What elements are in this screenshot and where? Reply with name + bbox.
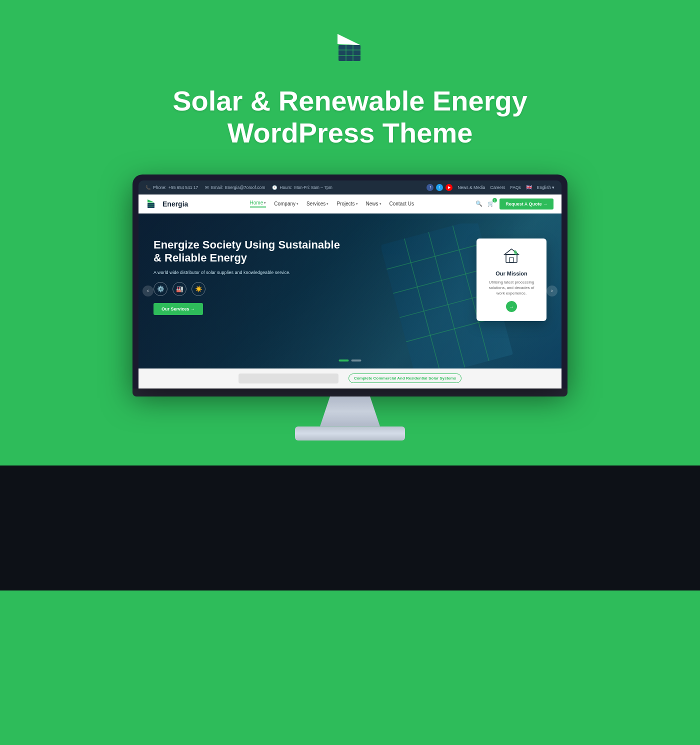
svg-marker-6 xyxy=(338,34,360,45)
slider-dot-1[interactable] xyxy=(339,360,349,362)
mission-house-icon xyxy=(484,248,538,266)
mission-arrow-button[interactable]: → xyxy=(506,301,517,312)
svg-marker-13 xyxy=(148,200,154,202)
site-logo-text: Energia xyxy=(162,200,188,208)
svg-rect-1 xyxy=(338,45,360,61)
topbar-hours: 🕐 Hours: Mon-Fri: 8am – 7pm xyxy=(272,185,332,190)
monitor-bottom-bezel xyxy=(132,388,568,396)
site-navigation: Home ▾ Company ▾ Services ▾ Projects ▾ N xyxy=(250,200,414,208)
cart-badge: 1 xyxy=(492,198,497,202)
topbar-language[interactable]: English ▾ xyxy=(537,185,554,190)
svg-rect-8 xyxy=(148,203,154,208)
top-section: Solar & Renewable Energy WordPress Theme… xyxy=(0,0,700,466)
hours-icon: 🕐 xyxy=(272,185,278,190)
email-icon: ✉ xyxy=(205,185,209,190)
hero-icon-gear: ⚙️ xyxy=(154,282,168,296)
mission-card-desc: Utilising latest processing solutions, a… xyxy=(484,280,538,296)
nav-item-news[interactable]: News ▾ xyxy=(366,201,382,206)
hero-icons-row: ⚙️ 🏭 ☀️ xyxy=(154,282,344,296)
topbar-faqs-link[interactable]: FAQs xyxy=(510,185,520,190)
search-icon[interactable]: 🔍 xyxy=(476,200,482,207)
hero-icon-factory: 🏭 xyxy=(172,282,186,296)
cart-icon[interactable]: 🛒 1 xyxy=(488,200,494,207)
bottom-placeholder-bar xyxy=(238,374,338,384)
hero-subtitle: A world wide distributor of solar suppli… xyxy=(154,270,344,275)
hero-content: Energize Society Using Sustainable & Rel… xyxy=(154,238,344,315)
topbar-news-link[interactable]: News & Media xyxy=(458,185,485,190)
product-logo-icon xyxy=(328,30,372,70)
monitor-stand-neck xyxy=(300,396,400,426)
topbar-email: ✉ Email: Energia@7oroof.com xyxy=(205,185,265,190)
social-icons: f t ▶ xyxy=(426,184,452,191)
topbar-right: f t ▶ News & Media Careers FAQs 🇬🇧 Engli… xyxy=(426,184,554,191)
monitor-wrapper: 📞 Phone: +55 654 541 17 ✉ Email: Energia… xyxy=(132,174,568,440)
bottom-dark-section xyxy=(0,466,700,590)
slider-dots xyxy=(339,360,362,362)
monitor-stand-base xyxy=(295,426,405,440)
site-logo-icon xyxy=(146,198,160,210)
hero-icon-solar: ☀️ xyxy=(192,282,206,296)
nav-item-home[interactable]: Home ▾ xyxy=(250,200,266,208)
topbar-hours-value: Mon-Fri: 8am – 7pm xyxy=(294,185,332,190)
commercial-tag: Complete Commercial And Residential Sola… xyxy=(348,374,462,383)
monitor-screen: 📞 Phone: +55 654 541 17 ✉ Email: Energia… xyxy=(138,180,562,388)
mission-card-title: Our Mission xyxy=(484,270,538,276)
topbar-hours-label: Hours: xyxy=(280,185,292,190)
monitor-bottom-strip: Complete Commercial And Residential Sola… xyxy=(138,368,562,388)
site-logo[interactable]: Energia xyxy=(146,198,188,210)
topbar-phone: 📞 Phone: +55 654 541 17 xyxy=(146,185,198,190)
topbar-left: 📞 Phone: +55 654 541 17 ✉ Email: Energia… xyxy=(146,185,332,190)
topbar-phone-value: +55 654 541 17 xyxy=(168,185,198,190)
facebook-icon[interactable]: f xyxy=(426,184,434,191)
monitor-frame: 📞 Phone: +55 654 541 17 ✉ Email: Energia… xyxy=(132,174,568,388)
nav-item-company[interactable]: Company ▾ xyxy=(274,201,298,206)
slider-arrow-left[interactable]: ‹ xyxy=(142,286,154,296)
slider-dot-2[interactable] xyxy=(352,360,362,362)
page-main-title: Solar & Renewable Energy WordPress Theme xyxy=(150,85,550,150)
language-flag: 🇬🇧 xyxy=(526,184,532,190)
slider-arrow-right[interactable]: › xyxy=(546,286,558,296)
site-topbar: 📞 Phone: +55 654 541 17 ✉ Email: Energia… xyxy=(138,180,562,194)
nav-item-projects[interactable]: Projects ▾ xyxy=(336,201,358,206)
hero-title: Energize Society Using Sustainable & Rel… xyxy=(154,238,344,265)
site-header: Energia Home ▾ Company ▾ Services ▾ xyxy=(138,194,562,214)
nav-item-contact[interactable]: Contact Us xyxy=(390,201,414,206)
svg-rect-23 xyxy=(506,254,517,262)
header-actions: 🔍 🛒 1 Request A Quote → xyxy=(476,198,554,210)
topbar-careers-link[interactable]: Careers xyxy=(490,185,505,190)
hero-section: ‹ › Energize Society Using Sustainable &… xyxy=(138,214,562,368)
topbar-email-value: Energia@7oroof.com xyxy=(225,185,265,190)
our-services-button[interactable]: Our Services → xyxy=(154,303,203,315)
topbar-email-label: Email: xyxy=(211,185,223,190)
svg-rect-24 xyxy=(510,258,514,262)
phone-icon: 📞 xyxy=(146,185,151,190)
youtube-icon[interactable]: ▶ xyxy=(446,184,452,191)
mission-card: Our Mission Utilising latest processing … xyxy=(476,238,546,322)
topbar-phone-label: Phone: xyxy=(153,185,166,190)
nav-item-services[interactable]: Services ▾ xyxy=(306,201,328,206)
request-quote-button[interactable]: Request A Quote → xyxy=(500,198,554,210)
twitter-icon[interactable]: t xyxy=(436,184,443,191)
